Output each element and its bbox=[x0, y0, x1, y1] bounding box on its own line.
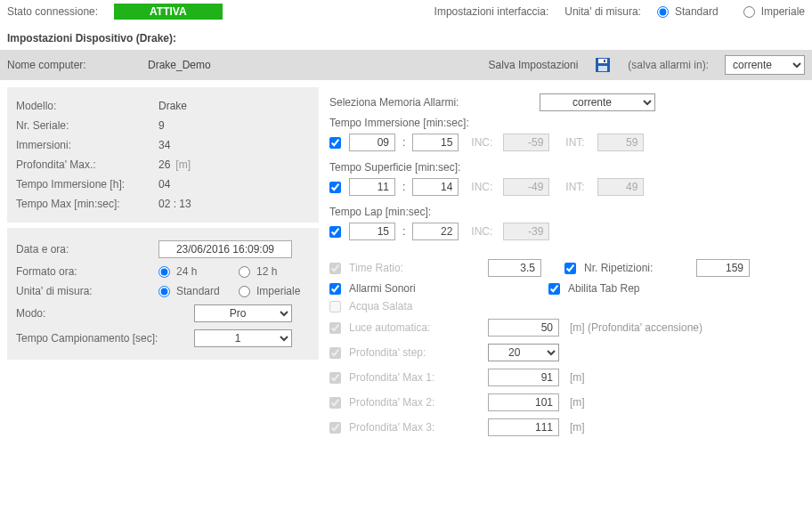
dives-label: Immersioni: bbox=[16, 139, 158, 151]
surface-time-int-field bbox=[597, 178, 644, 196]
autolight-label: Luce automatica: bbox=[349, 321, 483, 334]
alarm-memory-label: Seleziona Memoria Allarmi: bbox=[329, 96, 534, 109]
max-time-label: Tempo Max [min:sec]: bbox=[16, 198, 158, 210]
reps-field[interactable] bbox=[696, 259, 750, 277]
svg-rect-1 bbox=[598, 59, 607, 63]
dive-time-int-field bbox=[597, 134, 644, 151]
time-format-label: Formato ora: bbox=[16, 265, 158, 278]
save-alarms-in-select[interactable]: corrente bbox=[725, 55, 805, 75]
unit-imperial-radio-left[interactable]: Imperiale bbox=[239, 285, 300, 297]
inc-label-2: INC: bbox=[471, 181, 498, 193]
reps-label: Nr. Ripetizioni: bbox=[584, 262, 691, 274]
surface-time-min-field[interactable] bbox=[349, 178, 395, 196]
max-depth-2-checkbox bbox=[329, 397, 341, 409]
max-depth-3-field[interactable] bbox=[488, 418, 559, 436]
dive-time-min-field[interactable] bbox=[349, 134, 395, 151]
inc-label: INC: bbox=[471, 136, 498, 149]
inc-label-3: INC: bbox=[471, 225, 498, 238]
autolight-checkbox bbox=[329, 322, 341, 334]
connection-status-badge: ATTIVA bbox=[114, 4, 223, 20]
time-format-24-radio[interactable]: 24 h bbox=[158, 265, 239, 278]
time-ratio-label: Time Ratio: bbox=[349, 262, 483, 274]
max-depth-3-label: Profondita' Max 3: bbox=[349, 421, 483, 434]
sampling-select[interactable]: 1 bbox=[194, 329, 292, 347]
unit-standard-radio-top[interactable]: Standard bbox=[657, 5, 719, 18]
save-icon[interactable] bbox=[594, 56, 612, 74]
int-label: INT: bbox=[565, 136, 592, 149]
computer-name-value: Drake_Demo bbox=[148, 59, 344, 71]
autolight-field[interactable] bbox=[488, 319, 559, 337]
max-depth-2-label: Profondita' Max 2: bbox=[349, 396, 483, 409]
int-label-2: INT: bbox=[565, 181, 592, 193]
unit-imperial-label-top: Imperiale bbox=[761, 5, 805, 18]
time-format-24-label: 24 h bbox=[176, 265, 197, 278]
connection-status-label: Stato connessione: bbox=[7, 5, 98, 18]
max-time-value: 02 : 13 bbox=[158, 198, 191, 210]
time-format-12-radio[interactable]: 12 h bbox=[239, 265, 277, 278]
max-depth-value: 26 bbox=[158, 158, 170, 171]
unit-standard-label-left: Standard bbox=[176, 285, 220, 297]
dive-time-h-value: 04 bbox=[158, 178, 170, 191]
time-format-12-label: 12 h bbox=[256, 265, 277, 278]
dives-value: 34 bbox=[158, 139, 170, 151]
max-depth-1-label: Profondita' Max 1: bbox=[349, 371, 483, 384]
surface-time-inc-field bbox=[503, 178, 549, 196]
sound-alarms-label: Allarmi Sonori bbox=[349, 282, 543, 295]
time-ratio-checkbox bbox=[329, 263, 341, 274]
max-depth-2-field[interactable] bbox=[488, 393, 559, 411]
lap-time-inc-field bbox=[503, 223, 549, 240]
surface-time-sec-field[interactable] bbox=[412, 178, 459, 196]
reps-checkbox[interactable] bbox=[564, 263, 576, 274]
time-ratio-field[interactable] bbox=[488, 259, 541, 277]
device-info-block: Modello:Drake Nr. Seriale:9 Immersioni:3… bbox=[7, 87, 319, 223]
svg-rect-2 bbox=[598, 66, 607, 71]
max-depth-unit: [m] bbox=[175, 158, 191, 171]
max-depth-label: Profondita' Max.: bbox=[16, 158, 158, 171]
dive-time-sec-field[interactable] bbox=[412, 134, 459, 151]
tab-rep-label: Abilita Tab Rep bbox=[568, 282, 640, 295]
computer-name-label: Nome computer: bbox=[7, 59, 132, 71]
datetime-label: Data e ora: bbox=[16, 243, 158, 256]
serial-value: 9 bbox=[158, 119, 165, 132]
surface-time-checkbox[interactable] bbox=[329, 182, 341, 193]
svg-rect-3 bbox=[604, 60, 605, 62]
max-depth-1-checkbox bbox=[329, 372, 341, 384]
save-settings-button[interactable]: Salva Impostazioni bbox=[489, 59, 579, 71]
datetime-field[interactable] bbox=[158, 240, 292, 258]
model-label: Modello: bbox=[16, 100, 158, 112]
dive-time-h-label: Tempo Immersione [h]: bbox=[16, 178, 158, 191]
device-settings-title: Impostazioni Dispositivo (Drake): bbox=[0, 23, 812, 50]
dive-time-checkbox[interactable] bbox=[329, 137, 341, 149]
datetime-block: Data e ora: Formato ora: 24 h 12 h Unita… bbox=[7, 228, 319, 360]
depth-step-checkbox bbox=[329, 347, 341, 359]
autolight-unit: [m] (Profondita' accensione) bbox=[570, 321, 702, 334]
saltwater-checkbox bbox=[329, 301, 341, 312]
tab-rep-checkbox[interactable] bbox=[548, 283, 560, 295]
saltwater-label: Acqua Salata bbox=[349, 300, 412, 312]
mode-select[interactable]: Pro bbox=[194, 304, 292, 322]
model-value: Drake bbox=[158, 100, 187, 112]
unit-standard-label-top: Standard bbox=[675, 5, 719, 18]
unit-label-left: Unita' di misura: bbox=[16, 285, 158, 297]
serial-label: Nr. Seriale: bbox=[16, 119, 158, 132]
save-alarms-in-label: (salva allarmi in): bbox=[628, 59, 709, 71]
lap-time-min-field[interactable] bbox=[349, 223, 395, 240]
m-unit-3: [m] bbox=[570, 421, 585, 434]
lap-time-label: Tempo Lap [min:sec]: bbox=[329, 206, 431, 218]
m-unit-1: [m] bbox=[570, 371, 585, 384]
iface-settings-label: Impostazioni interfaccia: bbox=[434, 5, 549, 18]
unit-imperial-label-left: Imperiale bbox=[256, 285, 300, 297]
lap-time-checkbox[interactable] bbox=[329, 226, 341, 238]
alarm-memory-select[interactable]: corrente bbox=[540, 93, 655, 111]
unit-standard-radio-left[interactable]: Standard bbox=[158, 285, 239, 297]
lap-time-sec-field[interactable] bbox=[412, 223, 459, 240]
sampling-label: Tempo Campionamento [sec]: bbox=[16, 332, 194, 345]
max-depth-1-field[interactable] bbox=[488, 369, 559, 386]
dive-time-inc-field bbox=[503, 134, 549, 151]
sound-alarms-checkbox[interactable] bbox=[329, 283, 341, 295]
unit-label-top: Unita' di misura: bbox=[564, 5, 641, 18]
depth-step-label: Profondita' step: bbox=[349, 346, 483, 359]
depth-step-select[interactable]: 20 bbox=[488, 344, 559, 361]
unit-imperial-radio-top[interactable]: Imperiale bbox=[743, 5, 805, 18]
surface-time-label: Tempo Superficie [min:sec]: bbox=[329, 161, 460, 174]
